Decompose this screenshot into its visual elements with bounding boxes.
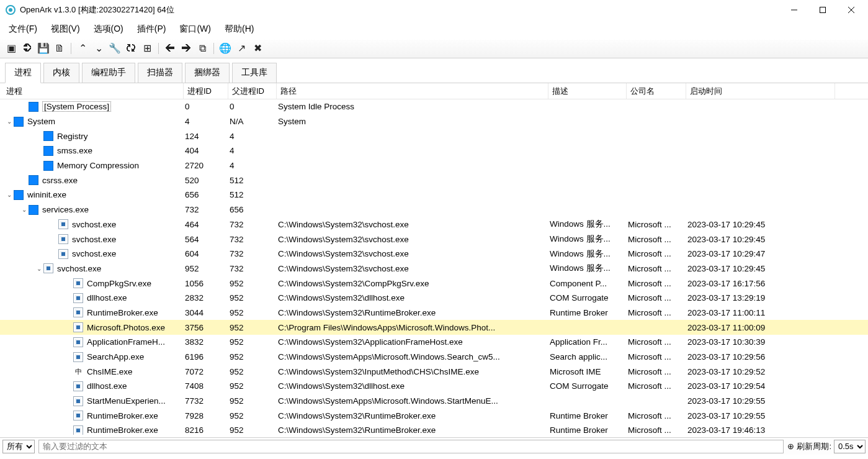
process-name: [System Process]	[42, 101, 111, 112]
disclosure-toggle[interactable]: ⌄	[5, 118, 14, 125]
toolbar-back-icon[interactable]: 🡰	[164, 42, 176, 55]
process-app-icon	[73, 425, 83, 435]
process-start: 2023-03-17 10:29:47	[684, 248, 833, 259]
menu-file[interactable]: 文件(F)	[6, 22, 40, 36]
process-pid: 656	[181, 189, 226, 200]
process-name: svchost.exe	[72, 220, 116, 229]
process-path: C:\Program Files\WindowsApps\Microsoft.W…	[274, 322, 546, 333]
col-path[interactable]: 路径	[277, 83, 548, 99]
process-ppid: 952	[226, 366, 274, 377]
process-row[interactable]: SearchApp.exe6196952C:\Windows\SystemApp…	[0, 350, 868, 365]
process-row[interactable]: Registry1244	[0, 129, 868, 143]
process-pid: 564	[181, 234, 226, 245]
process-start: 2023-03-17 11:00:11	[684, 307, 833, 318]
toolbar-grid-icon[interactable]: ⊞	[141, 42, 153, 55]
disclosure-toggle[interactable]: ⌄	[20, 206, 29, 213]
process-path: C:\Windows\SystemApps\Microsoft.Windows.…	[274, 396, 546, 406]
process-row[interactable]: ⌄wininit.exe656512	[0, 188, 868, 202]
process-ppid: 952	[226, 293, 274, 303]
menu-view[interactable]: 视图(V)	[48, 22, 83, 36]
process-start: 2023-03-17 16:17:56	[684, 278, 833, 289]
process-pid: 732	[181, 204, 226, 215]
toolbar-close-icon[interactable]: ✖	[251, 42, 264, 55]
process-tree-body[interactable]: [System Process]00System Idle Process⌄Sy…	[0, 99, 868, 435]
menu-option[interactable]: 选项(O)	[91, 22, 126, 36]
process-ppid: 952	[226, 278, 274, 289]
process-row[interactable]: ⌄System4N/ASystem	[0, 114, 868, 129]
process-row[interactable]: CompPkgSrv.exe1056952C:\Windows\System32…	[0, 276, 868, 291]
tab-process[interactable]: 进程	[5, 63, 41, 83]
process-row[interactable]: ApplicationFrameH...3832952C:\Windows\Sy…	[0, 335, 868, 350]
process-desc: Windows 服务...	[546, 233, 624, 245]
toolbar-open-icon[interactable]: ⮊	[21, 42, 34, 55]
target-icon[interactable]: ⊕	[787, 442, 794, 451]
col-start[interactable]: 启动时间	[686, 83, 835, 99]
process-app-icon	[58, 249, 68, 259]
disclosure-toggle[interactable]: ⌄	[5, 191, 14, 198]
process-app-icon	[58, 219, 68, 229]
toolbar-up-icon[interactable]: ⌃	[76, 42, 89, 55]
process-start: 2023-03-17 10:29:45	[684, 234, 833, 245]
toolbar-separator	[213, 43, 214, 54]
process-row[interactable]: Microsoft.Photos.exe3756952C:\Program Fi…	[0, 320, 868, 335]
process-path: C:\Windows\System32\ApplicationFrameHost…	[274, 337, 546, 347]
process-path: C:\Windows\System32\svchost.exe	[274, 248, 546, 259]
process-row[interactable]: 中ChsIME.exe7072952C:\Windows\System32\In…	[0, 364, 868, 379]
process-row[interactable]: ⌄services.exe732656	[0, 202, 868, 217]
process-row[interactable]: smss.exe4044	[0, 143, 868, 158]
col-process[interactable]: 进程	[2, 83, 184, 99]
process-row[interactable]: csrss.exe520512	[0, 173, 868, 188]
disclosure-toggle[interactable]: ⌄	[35, 265, 43, 272]
tab-scanner[interactable]: 扫描器	[138, 63, 182, 83]
process-row[interactable]: ⌄svchost.exe952732C:\Windows\System32\sv…	[0, 261, 868, 276]
process-pid: 7072	[181, 366, 226, 377]
filter-scope-select[interactable]: 所有	[2, 440, 35, 453]
process-pid: 604	[181, 248, 226, 259]
toolbar-globe-icon[interactable]: 🌐	[219, 42, 231, 55]
col-ppid[interactable]: 父进程ID	[228, 83, 277, 99]
minimize-button[interactable]	[780, 0, 808, 20]
toolbar-map-icon[interactable]: ⧉	[196, 42, 208, 55]
toolbar-forward-icon[interactable]: 🡲	[180, 42, 192, 55]
process-app-icon	[73, 337, 83, 347]
process-row[interactable]: svchost.exe604732C:\Windows\System32\svc…	[0, 247, 868, 261]
tab-toolslib[interactable]: 工具库	[232, 63, 277, 83]
col-desc[interactable]: 描述	[548, 83, 627, 99]
process-row[interactable]: Memory Compression27204	[0, 158, 868, 173]
maximize-button[interactable]	[808, 0, 837, 20]
tab-bundler[interactable]: 捆绑器	[185, 63, 230, 83]
tab-kernel[interactable]: 内核	[43, 63, 79, 83]
process-row[interactable]: RuntimeBroker.exe7928952C:\Windows\Syste…	[0, 408, 868, 423]
process-row[interactable]: StartMenuExperien...7732952C:\Windows\Sy…	[0, 394, 868, 409]
process-desc: Runtime Broker	[546, 425, 624, 435]
process-row[interactable]: svchost.exe564732C:\Windows\System32\svc…	[0, 232, 868, 247]
process-row[interactable]: svchost.exe464732C:\Windows\System32\svc…	[0, 217, 868, 232]
menu-plugin[interactable]: 插件(P)	[135, 22, 169, 36]
toolbar-newdoc-icon[interactable]: 🗎	[53, 42, 66, 55]
filter-input[interactable]	[38, 440, 784, 453]
menu-help[interactable]: 帮助(H)	[222, 22, 256, 36]
close-button[interactable]	[837, 0, 866, 20]
process-row[interactable]: RuntimeBroker.exe8216952C:\Windows\Syste…	[0, 423, 868, 435]
menu-window[interactable]: 窗口(W)	[177, 22, 213, 36]
process-desc	[546, 209, 624, 211]
toolbar-wrench-icon[interactable]: 🔧	[109, 42, 121, 55]
process-pid: 6196	[181, 352, 226, 362]
process-path: C:\Windows\System32\InputMethod\CHS\ChsI…	[274, 366, 546, 377]
process-row[interactable]: dllhost.exe2832952C:\Windows\System32\dl…	[0, 291, 868, 306]
toolbar-down-icon[interactable]: ⌄	[92, 42, 105, 55]
col-pid[interactable]: 进程ID	[184, 83, 228, 99]
process-desc: Microsoft IME	[546, 366, 624, 377]
toolbar-save-icon[interactable]: 💾	[37, 42, 50, 55]
process-row[interactable]: [System Process]00System Idle Process	[0, 99, 868, 114]
process-row[interactable]: RuntimeBroker.exe3044952C:\Windows\Syste…	[0, 306, 868, 320]
toolbar-cmd-icon[interactable]: ▣	[5, 42, 17, 55]
toolbar-refresh-icon[interactable]: 🗘	[125, 42, 137, 55]
process-row[interactable]: dllhost.exe7408952C:\Windows\System32\dl…	[0, 379, 868, 394]
refresh-period-select[interactable]: 0.5s	[834, 440, 866, 453]
process-ppid: 952	[226, 307, 274, 318]
col-company[interactable]: 公司名	[627, 83, 686, 99]
toolbar-send-icon[interactable]: ↗	[235, 42, 248, 55]
process-ppid: 512	[226, 175, 274, 186]
tab-coder[interactable]: 编程助手	[82, 63, 135, 83]
